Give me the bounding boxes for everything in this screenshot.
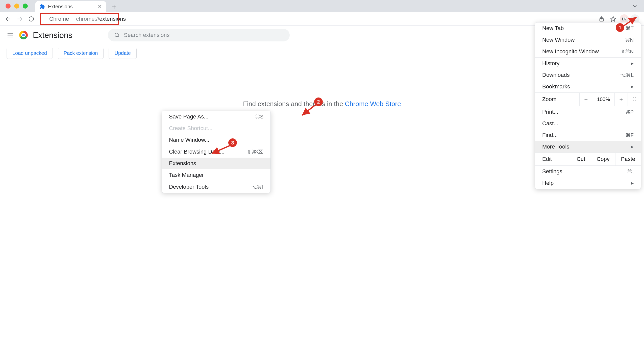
chevron-right-icon: ▸: [631, 60, 634, 67]
submenu-save-page-as[interactable]: Save Page As...⌘S: [162, 111, 270, 122]
menu-settings[interactable]: Settings⌘,: [535, 166, 641, 177]
pack-extension-button[interactable]: Pack extension: [58, 48, 104, 59]
omnibox-path: extensions: [99, 16, 126, 22]
tabs-dropdown-icon[interactable]: [632, 3, 638, 9]
extension-icon: [39, 4, 45, 9]
menu-zoom: Zoom − 100% +: [535, 93, 641, 106]
chrome-web-store-link[interactable]: Chrome Web Store: [345, 100, 401, 108]
annotation-badge-3: 3: [228, 138, 237, 147]
chrome-logo-icon: [19, 31, 28, 39]
zoom-value: 100%: [592, 96, 614, 102]
zoom-out-button[interactable]: −: [579, 93, 592, 106]
search-placeholder: Search extensions: [124, 32, 170, 38]
extensions-search[interactable]: Search extensions: [108, 29, 290, 41]
svg-line-14: [624, 17, 636, 26]
menu-print[interactable]: Print...⌘P: [535, 106, 641, 118]
menu-edit: Edit Cut Copy Paste: [535, 153, 641, 165]
reload-button[interactable]: [26, 14, 36, 24]
update-button[interactable]: Update: [109, 48, 137, 59]
new-tab-button[interactable]: ＋: [109, 2, 119, 12]
menu-more-tools[interactable]: More Tools▸: [535, 141, 641, 153]
edit-copy-button[interactable]: Copy: [591, 153, 615, 165]
search-icon: [114, 32, 120, 38]
submenu-developer-tools[interactable]: Developer Tools⌥⌘I: [162, 181, 270, 193]
svg-line-13: [118, 36, 119, 37]
menu-bookmarks[interactable]: Bookmarks▸: [535, 81, 641, 92]
submenu-create-shortcut: Create Shortcut...: [162, 122, 270, 134]
submenu-task-manager[interactable]: Task Manager: [162, 169, 270, 181]
back-button[interactable]: [3, 14, 13, 24]
edit-cut-button[interactable]: Cut: [571, 153, 591, 165]
submenu-extensions[interactable]: Extensions: [162, 158, 270, 169]
window-maximize-button[interactable]: [23, 4, 28, 9]
chevron-right-icon: ▸: [631, 180, 634, 186]
svg-line-16: [212, 144, 232, 154]
edit-paste-button[interactable]: Paste: [615, 153, 641, 165]
fullscreen-button[interactable]: [628, 93, 641, 106]
window-close-button[interactable]: [6, 4, 11, 9]
menu-history[interactable]: History▸: [535, 58, 641, 69]
chevron-right-icon: ▸: [631, 143, 634, 150]
chrome-main-menu: New Tab⌘T New Window⌘N New Incognito Win…: [535, 22, 641, 189]
omnibox-prefix: chrome://: [76, 16, 99, 22]
address-bar[interactable]: Chrome chrome://extensions: [40, 13, 119, 25]
window-controls: [0, 0, 33, 12]
menu-new-incognito[interactable]: New Incognito Window⇧⌘N: [535, 46, 641, 57]
annotation-arrow-1: [622, 15, 639, 28]
menu-find[interactable]: Find...⌘F: [535, 129, 641, 141]
load-unpacked-button[interactable]: Load unpacked: [7, 48, 53, 59]
annotation-badge-2: 2: [314, 97, 323, 106]
menu-downloads[interactable]: Downloads⌥⌘L: [535, 69, 641, 81]
menu-cast[interactable]: Cast...: [535, 118, 641, 129]
annotation-badge-1: 1: [616, 23, 624, 32]
window-minimize-button[interactable]: [14, 4, 19, 9]
hint-text: Find extensions and themes in the: [243, 100, 345, 108]
chevron-right-icon: ▸: [631, 83, 634, 90]
forward-button[interactable]: [15, 14, 25, 24]
menu-help[interactable]: Help▸: [535, 177, 641, 189]
svg-line-15: [302, 104, 317, 115]
browser-tab[interactable]: Extensions ✕: [35, 1, 106, 12]
svg-marker-5: [611, 16, 616, 21]
menu-new-window[interactable]: New Window⌘N: [535, 34, 641, 46]
omnibox-label: Chrome: [49, 16, 69, 22]
titlebar: Extensions ✕ ＋: [0, 0, 644, 12]
page-title: Extensions: [33, 31, 72, 40]
svg-point-12: [115, 33, 118, 37]
tab-title: Extensions: [48, 4, 94, 10]
tab-close-button[interactable]: ✕: [97, 4, 102, 9]
zoom-in-button[interactable]: +: [614, 93, 628, 106]
menu-icon[interactable]: [7, 31, 14, 39]
